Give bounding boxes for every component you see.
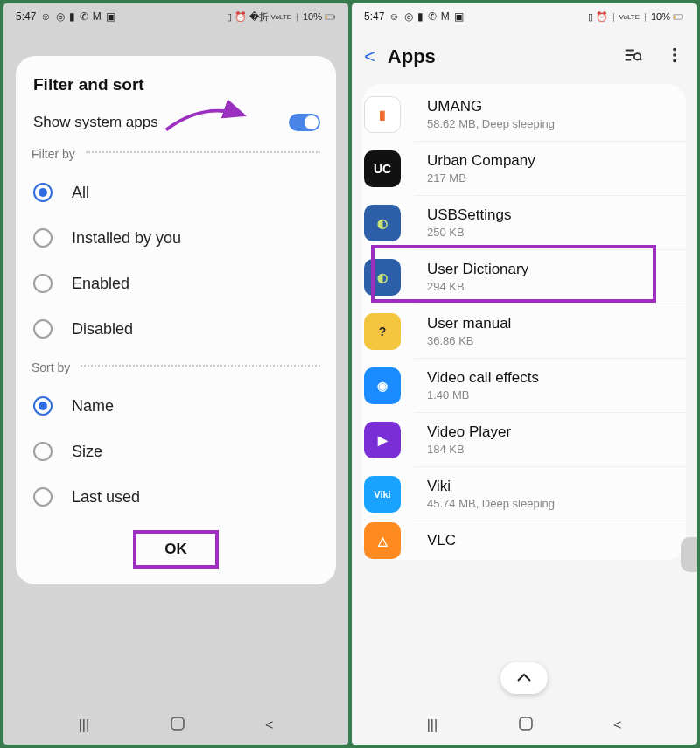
radio-label: Size [72, 443, 102, 461]
more-icon[interactable] [665, 45, 684, 68]
app-row[interactable]: VikiViki45.74 MB, Deep sleeping [415, 467, 686, 521]
nfc-icon: ▯ [588, 11, 593, 23]
back-chevron-icon[interactable]: < [364, 45, 375, 68]
app-icon: ▮ [364, 96, 401, 133]
telegram-icon: ✆ [80, 10, 88, 23]
filter-disabled[interactable]: Disabled [32, 306, 320, 352]
signal-icon: ⟊ [294, 11, 300, 22]
svg-rect-2 [326, 15, 327, 17]
svg-point-12 [673, 48, 676, 52]
apps-header: < Apps [352, 30, 696, 80]
radio-icon[interactable] [33, 183, 52, 202]
filter-by-header: Filter by [32, 147, 320, 161]
app-icon: ? [364, 313, 401, 350]
app-subtitle: 184 KB [427, 443, 511, 456]
radio-label: Enabled [72, 275, 130, 293]
show-system-toggle[interactable] [289, 114, 320, 131]
ok-button[interactable]: OK [133, 530, 219, 569]
radio-icon[interactable] [33, 442, 52, 461]
photos-icon: ▣ [454, 10, 464, 23]
svg-rect-6 [674, 15, 676, 17]
search-filter-icon[interactable] [623, 45, 642, 68]
status-left: 5:47 ☺ ◎ ▮ ✆ M ▣ [16, 10, 116, 23]
svg-rect-5 [682, 15, 683, 17]
app-name: USBSettings [427, 206, 511, 224]
filter-installed[interactable]: Installed by you [32, 215, 320, 261]
radio-label: Disabled [72, 320, 133, 339]
app-subtitle: 36.86 KB [427, 334, 511, 347]
recents-icon[interactable]: ||| [79, 717, 89, 733]
app-subtitle: 58.62 MB, Deep sleeping [427, 117, 555, 130]
svg-line-11 [640, 59, 641, 61]
app-name: Viki [427, 478, 555, 495]
sort-name[interactable]: Name [32, 383, 320, 429]
svg-point-14 [673, 59, 676, 63]
app-row[interactable]: ▮UMANG58.62 MB, Deep sleeping [415, 87, 686, 142]
battery-saver-icon: ▮ [69, 10, 75, 23]
sort-size[interactable]: Size [32, 429, 320, 474]
svg-rect-3 [172, 717, 184, 730]
scroll-handle[interactable] [681, 537, 696, 572]
divider-dotted [86, 151, 320, 153]
home-icon[interactable] [170, 716, 186, 735]
phone-left: 5:47 ☺ ◎ ▮ ✆ M ▣ ▯ ⏰ �折 VoLTE ⟊ 10% Filt… [4, 3, 348, 745]
status-time: 5:47 [16, 10, 36, 23]
app-icon: ◐ [364, 259, 401, 296]
svg-rect-1 [334, 15, 335, 17]
sort-by-label: Sort by [32, 360, 70, 374]
whatsapp-icon: ☺ [388, 10, 399, 23]
show-system-row[interactable]: Show system apps [32, 114, 320, 131]
radio-label: Installed by you [72, 229, 181, 248]
app-row[interactable]: △VLC [415, 521, 686, 560]
radio-icon[interactable] [33, 274, 52, 293]
nav-bar: ||| < [4, 706, 348, 745]
app-row[interactable]: ?User manual36.86 KB [415, 304, 686, 359]
app-icon: Viki [364, 476, 401, 513]
home-icon[interactable] [518, 716, 534, 735]
app-row[interactable]: ◐USBSettings250 KB [415, 196, 686, 250]
battery-pct: 10% [651, 11, 670, 22]
status-time: 5:47 [364, 10, 384, 23]
radio-icon[interactable] [33, 228, 52, 248]
filter-by-label: Filter by [32, 147, 75, 161]
back-icon[interactable]: < [613, 717, 621, 733]
app-row[interactable]: ◐User Dictionary294 KB [415, 250, 686, 304]
app-icon: ◉ [364, 367, 401, 404]
filter-enabled[interactable]: Enabled [32, 261, 320, 306]
app-row[interactable]: ▶Video Player184 KB [415, 413, 686, 467]
radio-icon[interactable] [33, 396, 52, 416]
apps-list: ▮UMANG58.62 MB, Deep sleepingUCUrban Com… [362, 84, 686, 560]
scroll-top-button[interactable] [500, 662, 548, 694]
radio-label: Last used [72, 488, 140, 507]
page-title: Apps [388, 45, 611, 68]
radio-label: All [72, 184, 89, 202]
app-icon: ◐ [364, 205, 401, 241]
phone-right: 5:47 ☺ ◎ ▮ ✆ M ▣ ▯ ⏰ ⟊ VoLTE ⟊ 10% < App… [352, 3, 696, 745]
wifi-icon: ⟊ [611, 11, 617, 22]
app-name: Video Player [427, 423, 511, 441]
volte-icon: VoLTE [271, 13, 291, 21]
svg-rect-15 [520, 717, 532, 730]
status-left: 5:47 ☺ ◎ ▮ ✆ M ▣ [364, 10, 464, 23]
app-name: UMANG [427, 98, 555, 115]
app-icon: ▶ [364, 422, 401, 458]
app-name: User manual [427, 315, 511, 332]
recents-icon[interactable]: ||| [427, 717, 438, 733]
filter-all[interactable]: All [32, 170, 320, 215]
sort-lastused[interactable]: Last used [32, 474, 320, 520]
radio-icon[interactable] [33, 487, 52, 507]
radio-icon[interactable] [33, 319, 52, 339]
nav-bar: ||| < [352, 706, 696, 745]
status-bar: 5:47 ☺ ◎ ▮ ✆ M ▣ ▯ ⏰ ⟊ VoLTE ⟊ 10% [352, 3, 696, 30]
battery-icon [673, 11, 684, 23]
volte-icon: VoLTE [620, 13, 640, 21]
back-icon[interactable]: < [265, 717, 273, 733]
gmail-icon: M [441, 10, 450, 23]
telegram-icon: ✆ [428, 10, 437, 23]
app-row[interactable]: ◉Video call effects1.40 MB [415, 359, 686, 413]
app-row[interactable]: UCUrban Company217 MB [415, 142, 686, 196]
instagram-icon: ◎ [56, 10, 65, 23]
svg-point-13 [673, 53, 676, 57]
photos-icon: ▣ [106, 10, 116, 23]
dialog-title: Filter and sort [32, 75, 320, 94]
